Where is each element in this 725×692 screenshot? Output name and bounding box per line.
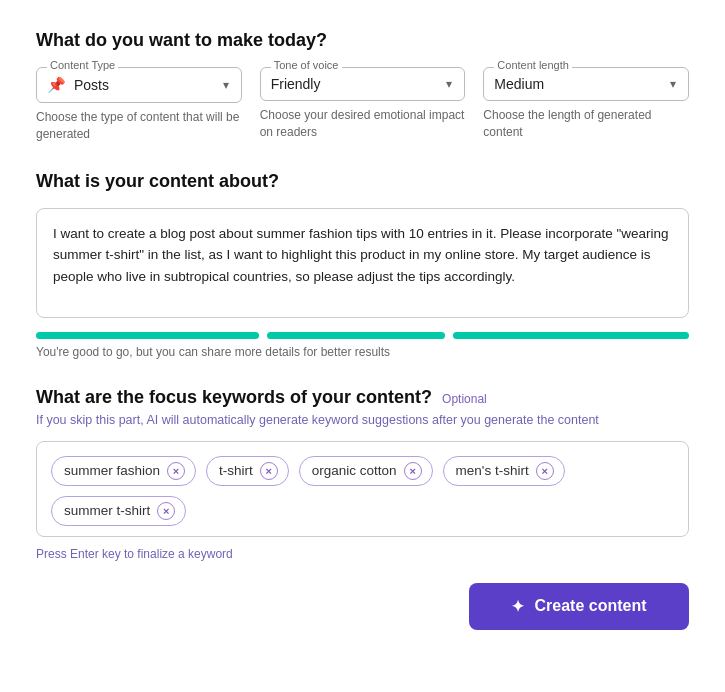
keyword-remove-button[interactable]: ×: [157, 502, 175, 520]
keyword-remove-button[interactable]: ×: [260, 462, 278, 480]
optional-badge: Optional: [442, 392, 487, 406]
create-btn-icon: ✦: [511, 597, 524, 616]
keyword-tag-label: summer fashion: [64, 463, 160, 478]
dropdowns-row: Content Type📌Posts▾Choose the type of co…: [36, 67, 689, 143]
dropdown-arrow-2: ▾: [670, 77, 676, 91]
keyword-tag-label: organic cotton: [312, 463, 397, 478]
keyword-tag: summer fashion×: [51, 456, 196, 486]
keyword-tag-label: summer t-shirt: [64, 503, 150, 518]
progress-hint: You're good to go, but you can share mor…: [36, 345, 689, 359]
keyword-tag: t-shirt×: [206, 456, 289, 486]
dropdown-0[interactable]: Content Type📌Posts▾: [36, 67, 242, 103]
keyword-tag-label: t-shirt: [219, 463, 253, 478]
keyword-remove-button[interactable]: ×: [167, 462, 185, 480]
dropdown-value-0: Posts: [74, 77, 223, 93]
pushpin-icon: 📌: [47, 76, 66, 94]
content-about-section: What is your content about? I want to cr…: [36, 171, 689, 359]
keyword-remove-button[interactable]: ×: [536, 462, 554, 480]
dropdown-group-1: Tone of voiceFriendly▾Choose your desire…: [260, 67, 466, 143]
create-content-button[interactable]: ✦ Create content: [469, 583, 689, 630]
dropdown-value-2: Medium: [494, 76, 670, 92]
dropdown-group-0: Content Type📌Posts▾Choose the type of co…: [36, 67, 242, 143]
keywords-box[interactable]: summer fashion×t-shirt×organic cotton×me…: [36, 441, 689, 537]
dropdown-group-2: Content lengthMedium▾Choose the length o…: [483, 67, 689, 143]
dropdown-label-1: Tone of voice: [271, 59, 342, 71]
dropdown-1[interactable]: Tone of voiceFriendly▾: [260, 67, 466, 101]
keyword-tag: summer t-shirt×: [51, 496, 186, 526]
progress-bar-2: [453, 332, 689, 339]
content-textarea[interactable]: I want to create a blog post about summe…: [36, 208, 689, 318]
keywords-title: What are the focus keywords of your cont…: [36, 387, 432, 408]
keywords-title-row: What are the focus keywords of your cont…: [36, 387, 689, 408]
keyword-tag-label: men's t-shirt: [456, 463, 529, 478]
keywords-section: What are the focus keywords of your cont…: [36, 387, 689, 561]
dropdown-hint-2: Choose the length of generated content: [483, 107, 689, 141]
progress-bar-0: [36, 332, 259, 339]
dropdown-arrow-1: ▾: [446, 77, 452, 91]
dropdown-2[interactable]: Content lengthMedium▾: [483, 67, 689, 101]
progress-bars: [36, 332, 689, 339]
dropdown-hint-0: Choose the type of content that will be …: [36, 109, 242, 143]
dropdown-hint-1: Choose your desired emotional impact on …: [260, 107, 466, 141]
keyword-tag: men's t-shirt×: [443, 456, 565, 486]
create-btn-row: ✦ Create content: [36, 583, 689, 630]
dropdown-arrow-0: ▾: [223, 78, 229, 92]
keywords-hint: If you skip this part, AI will automatic…: [36, 413, 689, 427]
dropdown-value-1: Friendly: [271, 76, 447, 92]
press-enter-hint: Press Enter key to finalize a keyword: [36, 547, 689, 561]
content-about-title: What is your content about?: [36, 171, 689, 192]
page-title: What do you want to make today?: [36, 30, 689, 51]
create-btn-label: Create content: [534, 597, 646, 615]
dropdown-label-0: Content Type: [47, 59, 118, 71]
keyword-remove-button[interactable]: ×: [404, 462, 422, 480]
progress-bar-1: [267, 332, 445, 339]
dropdown-label-2: Content length: [494, 59, 572, 71]
keyword-tag: organic cotton×: [299, 456, 433, 486]
